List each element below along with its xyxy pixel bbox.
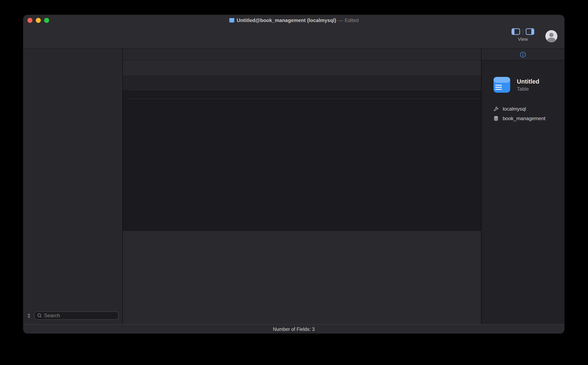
main-toolbar: View — [23, 25, 564, 49]
search-icon — [37, 313, 42, 318]
titlebar: Untitled@book_management (localmysql) — … — [23, 15, 564, 25]
status-text: Number of Fields: 3 — [273, 327, 315, 331]
grid-header-row — [129, 90, 481, 99]
toggle-sidebar-button[interactable] — [511, 28, 520, 35]
window-title: Untitled@book_management (localmysql) — … — [229, 17, 359, 23]
table-big-icon — [493, 76, 511, 93]
view-toggle-label: View — [518, 37, 528, 42]
view-toggle-group: View — [511, 28, 534, 42]
close-button[interactable] — [28, 18, 32, 23]
sidebar — [23, 49, 123, 324]
titlebar-table-icon — [229, 17, 235, 23]
toolbar-right-group: View — [511, 27, 558, 42]
zoom-button[interactable] — [44, 18, 49, 23]
database-icon — [493, 116, 499, 121]
view-toggle-separator — [523, 29, 523, 34]
sidebar-bottom-bar — [23, 310, 122, 324]
inspector-object-name: Untitled — [517, 78, 539, 84]
object-subtabs — [123, 76, 481, 90]
inspector-panel: Untitled Table localmysql book_managemen… — [481, 49, 564, 324]
content-area — [123, 49, 481, 324]
sidebar-search[interactable] — [34, 311, 119, 320]
toggle-inspector-button[interactable] — [526, 28, 534, 35]
fields-toolbar — [123, 60, 481, 76]
inspector-body: Untitled Table localmysql book_managemen… — [481, 60, 564, 121]
connection-tree — [23, 49, 122, 310]
field-properties-pane — [123, 230, 481, 324]
search-input[interactable] — [44, 313, 116, 318]
window-edited-text: — Edited — [338, 17, 359, 23]
inspector-header — [481, 49, 564, 60]
inspector-object-type: Table — [517, 86, 539, 92]
user-avatar[interactable] — [545, 30, 558, 42]
main-area: Untitled Table localmysql book_managemen… — [23, 49, 564, 324]
traffic-lights — [28, 18, 49, 23]
info-icon[interactable] — [520, 51, 526, 58]
inspector-connection-name: localmysql — [503, 106, 526, 112]
connection-wrench-icon — [493, 106, 499, 112]
inspector-database-name: book_management — [503, 116, 545, 121]
minimize-button[interactable] — [36, 18, 41, 23]
tab-bar — [123, 49, 481, 60]
window-title-text: Untitled@book_management (localmysql) — [237, 17, 336, 23]
fields-grid — [123, 90, 481, 230]
status-bar: Number of Fields: 3 — [23, 324, 564, 333]
sidebar-resize-handle[interactable] — [27, 313, 31, 318]
inspector-connection-row: localmysql — [493, 106, 559, 112]
screen: Untitled@book_management (localmysql) — … — [0, 0, 588, 365]
inspector-database-row: book_management — [493, 116, 559, 121]
navicat-window: Untitled@book_management (localmysql) — … — [23, 15, 564, 333]
